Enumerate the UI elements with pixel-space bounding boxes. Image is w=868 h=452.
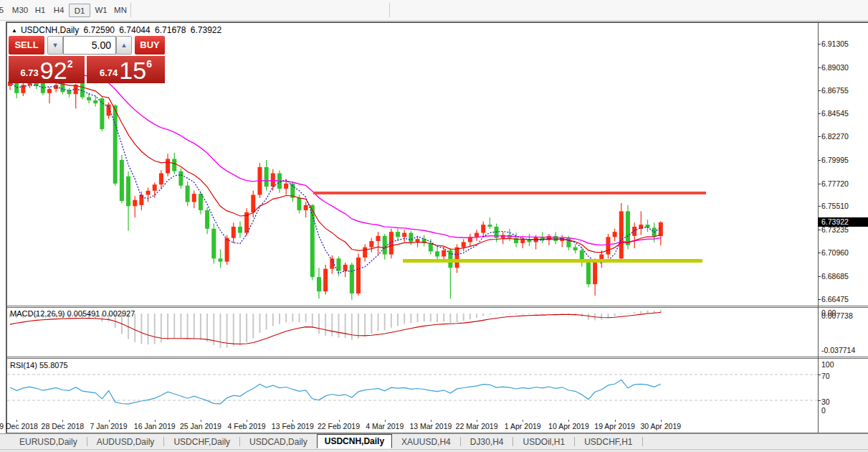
candle[interactable] [435, 251, 439, 256]
candle[interactable] [474, 233, 479, 237]
buy-price-display[interactable]: 6.74 15 6 [87, 56, 165, 83]
tab-usdchf-h1[interactable]: USDCHF,H1 [575, 435, 642, 448]
candle[interactable] [363, 248, 367, 258]
collapse-panel-icon[interactable]: ▲ [11, 27, 17, 34]
timeframe-button-mn[interactable]: MN [113, 4, 128, 17]
candle[interactable] [159, 174, 163, 185]
candle[interactable] [87, 98, 91, 100]
candle[interactable] [481, 225, 485, 232]
candle[interactable] [107, 105, 111, 116]
price-axis-border [818, 23, 819, 433]
candle[interactable] [199, 194, 203, 210]
tab-usdcad-daily[interactable]: USDCAD,Daily [240, 435, 317, 448]
candle[interactable] [409, 233, 413, 243]
candle[interactable] [593, 263, 597, 284]
candle[interactable] [93, 100, 97, 103]
candle[interactable] [139, 195, 143, 205]
macd-histogram-bar [154, 314, 156, 344]
tab-usdoil-h1[interactable]: USDOil,H1 [513, 435, 574, 448]
candle[interactable] [455, 248, 459, 268]
volume-input[interactable] [63, 36, 116, 55]
tab-audusd-daily[interactable]: AUDUSD,Daily [87, 435, 164, 448]
candle[interactable] [232, 227, 236, 238]
tab-usdcnh-daily[interactable]: USDCNH,Daily [317, 434, 392, 448]
toolbar-separator [389, 3, 390, 17]
timeframe-button-w1[interactable]: W1 [93, 4, 109, 17]
timeframe-button-h4[interactable]: H4 [52, 4, 65, 17]
candle[interactable] [317, 277, 321, 291]
candle[interactable] [264, 167, 269, 187]
candle[interactable] [586, 263, 591, 284]
candle[interactable] [350, 265, 354, 293]
candle[interactable] [619, 211, 624, 258]
volume-decrease-button[interactable]: ▼ [47, 36, 63, 55]
sell-price-display[interactable]: 6.73 92 2 [9, 56, 85, 83]
buy-button[interactable]: BUY [135, 36, 165, 55]
tab-eurusd-daily[interactable]: EURUSD,Daily [10, 435, 87, 448]
time-axis[interactable]: 19 Dec 201828 Dec 20187 Jan 201916 Jan 2… [7, 420, 818, 433]
candle[interactable] [626, 211, 630, 245]
rsi-pane-canvas[interactable] [7, 359, 819, 419]
tab-xauusd-h4[interactable]: XAUUSD,H4 [392, 435, 460, 448]
candle[interactable] [613, 232, 617, 237]
candle[interactable] [284, 184, 288, 189]
macd-indicator-label: MACD(12,26,9) 0.005491 0.002927 [10, 309, 135, 318]
buy-price-sup: 6 [146, 58, 152, 70]
candle[interactable] [172, 159, 176, 171]
candle[interactable] [74, 85, 78, 94]
support-line[interactable] [403, 259, 702, 263]
timeframe-button-d1[interactable]: D1 [69, 4, 90, 17]
candle[interactable] [218, 258, 222, 261]
candle[interactable] [442, 250, 446, 257]
candle[interactable] [192, 194, 196, 202]
tab-usdchf-daily[interactable]: USDCHF,Daily [164, 435, 239, 448]
candle[interactable] [632, 227, 636, 236]
resistance-line[interactable] [313, 192, 706, 194]
candle[interactable] [383, 236, 387, 255]
candle[interactable] [416, 239, 420, 242]
candle[interactable] [133, 200, 137, 207]
candle[interactable] [606, 237, 610, 254]
candle[interactable] [566, 238, 571, 248]
timeframe-button-m30[interactable]: M30 [11, 4, 29, 17]
candle[interactable] [343, 265, 348, 271]
candle[interactable] [211, 229, 216, 259]
macd-histogram-bar [647, 311, 648, 314]
macd-histogram-bar [391, 314, 392, 328]
candle[interactable] [251, 195, 255, 212]
candle[interactable] [402, 233, 406, 237]
candle[interactable] [146, 191, 151, 195]
candle[interactable] [100, 98, 104, 129]
candle[interactable] [238, 227, 242, 233]
candle[interactable] [337, 258, 341, 270]
candle[interactable] [573, 248, 578, 250]
candle[interactable] [225, 238, 229, 262]
candle[interactable] [166, 159, 170, 173]
candle[interactable] [396, 232, 400, 237]
candle[interactable] [369, 241, 373, 248]
candle[interactable] [126, 176, 130, 207]
price-axis-tick [818, 184, 821, 184]
candle[interactable] [186, 186, 190, 202]
candle[interactable] [120, 160, 124, 201]
candle[interactable] [113, 105, 118, 184]
candle[interactable] [323, 269, 328, 292]
candle[interactable] [178, 171, 183, 186]
volume-increase-button[interactable]: ▲ [116, 36, 132, 55]
candle[interactable] [462, 242, 466, 247]
candle[interactable] [205, 210, 209, 229]
candle[interactable] [553, 236, 558, 241]
tab-dj30-h4[interactable]: DJ30,H4 [461, 435, 513, 448]
candle[interactable] [47, 89, 52, 93]
candle[interactable] [487, 225, 492, 227]
candle[interactable] [356, 258, 361, 293]
timeframe-button-5[interactable]: 5 [0, 4, 6, 17]
candle[interactable] [80, 82, 85, 97]
candle[interactable] [376, 236, 381, 241]
timeframe-button-h1[interactable]: H1 [34, 4, 47, 17]
candle[interactable] [547, 236, 551, 240]
sell-button[interactable]: SELL [9, 36, 44, 55]
candle[interactable] [153, 184, 157, 191]
candle[interactable] [304, 205, 308, 210]
candle[interactable] [297, 198, 301, 210]
